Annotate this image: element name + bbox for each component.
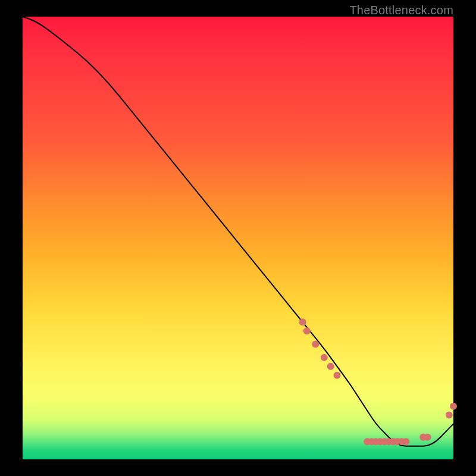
highlight-dot [446,412,453,419]
highlight-dot [312,341,319,348]
bottleneck-curve-path [23,17,453,446]
highlight-dot [450,403,457,410]
curve-svg [23,17,453,459]
highlight-dot [321,354,328,361]
highlight-dot [303,327,311,334]
chart-frame: TheBottleneck.com [0,0,476,476]
watermark-text: TheBottleneck.com [349,4,453,17]
highlight-dot [424,434,431,441]
highlight-dot [402,438,409,445]
highlight-dot [299,318,306,325]
highlight-dot [327,363,334,370]
plot-area [23,17,453,459]
highlight-dot [334,372,341,379]
